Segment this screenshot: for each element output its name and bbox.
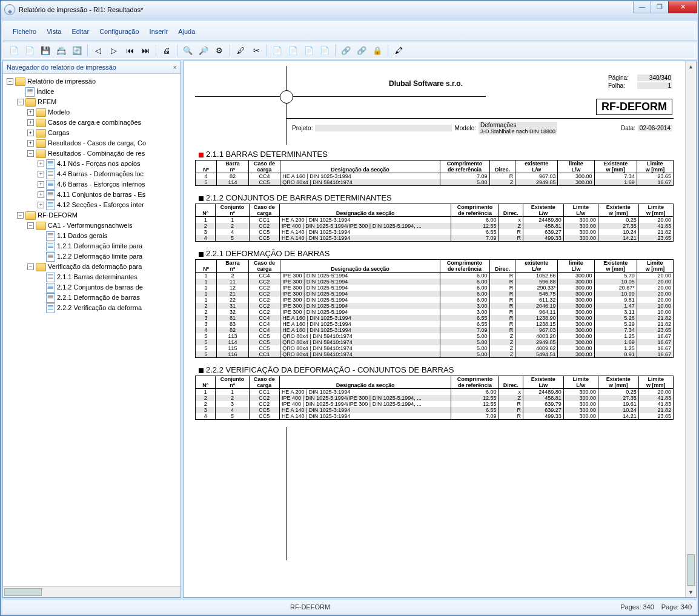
scroll-thumb[interactable] (687, 554, 695, 586)
report-page: Dlubal Software s.r.o. Página:340/340 Fo… (195, 66, 674, 560)
toolbar-btn-21[interactable]: 📄 (286, 43, 300, 58)
toolbar-btn-14[interactable]: 🔎 (196, 43, 211, 58)
toolbar-btn-9[interactable]: ⏭ (138, 43, 153, 58)
close-button[interactable]: ✕ (668, 1, 697, 13)
tree-item[interactable]: −Relatório de impressão (7, 76, 179, 87)
tree-item[interactable]: +4.1 Nós - Forças nos apoios (38, 159, 179, 169)
tree-label: 1.1 Dados gerais (57, 231, 107, 241)
table-row: 12CC4IPE 300 | DIN 1025-5:19946.00R1052.… (196, 273, 674, 279)
table-row: 34CC5HE A 140 | DIN 1025-3:19946.55R639.… (196, 229, 674, 235)
tree-item[interactable]: 2.2.1 Deformação de barras (38, 293, 179, 303)
tree-toggle-icon[interactable]: − (27, 263, 34, 270)
toolbar-btn-29[interactable]: 🖍 (391, 43, 406, 58)
toolbar-btn-11[interactable]: 🖨 (159, 43, 174, 58)
folder-icon (25, 211, 36, 220)
toolbar-btn-13[interactable]: 🔍 (181, 43, 195, 58)
tree-toggle-icon[interactable]: + (27, 130, 34, 136)
menu-configuração[interactable]: Configuração (96, 27, 142, 36)
scroll-down-icon[interactable]: ▼ (686, 587, 696, 597)
toolbar-btn-27[interactable]: 🔒 (370, 43, 385, 58)
tree-item[interactable]: +Casos de carga e combinações (27, 118, 179, 128)
status-page: Page: 340 (661, 603, 692, 611)
menu-vista[interactable]: Vista (43, 27, 65, 36)
tree-toggle-icon[interactable]: − (27, 150, 34, 157)
tree-item[interactable]: +4.4 Barras - Deformações loc (38, 169, 179, 179)
toolbar-btn-20[interactable]: 📄 (270, 43, 285, 58)
tree-item[interactable]: +Cargas (27, 128, 179, 138)
tree-label: Relatório de impressão (27, 76, 96, 87)
menu-ajuda[interactable]: Ajuda (174, 27, 199, 36)
toolbar-btn-3[interactable]: 📇 (54, 43, 68, 58)
table-row: 22CC2IPE 400 | DIN 1025-5:1994/IPE 300 |… (196, 223, 674, 229)
toolbar-btn-25[interactable]: 🔗 (339, 43, 353, 58)
navigator-close-icon[interactable]: × (173, 64, 177, 71)
tree-item[interactable]: Índice (17, 87, 179, 97)
tree-label: Verificação da deformação para (48, 262, 142, 272)
tree-item[interactable]: −Verificação da deformação para (27, 262, 179, 272)
tree-toggle-icon[interactable]: − (17, 99, 24, 105)
tree-toggle-icon[interactable]: + (38, 171, 44, 177)
folder-icon (36, 119, 46, 127)
minimize-button[interactable]: — (633, 1, 651, 13)
tree-label: Resultados - Combinação de res (48, 148, 145, 159)
report-scroll-area[interactable]: Dlubal Software s.r.o. Página:340/340 Fo… (184, 61, 685, 597)
scroll-up-icon[interactable]: ▲ (686, 61, 696, 71)
tree-item[interactable]: −RF-DEFORM (17, 210, 179, 220)
report-vscroll[interactable]: ▲ ▼ (685, 61, 696, 597)
toolbar-btn-7[interactable]: ▷ (107, 43, 121, 58)
toolbar-btn-26[interactable]: 🔗 (354, 43, 369, 58)
tree-toggle-icon[interactable]: + (27, 119, 34, 126)
model-label: Modelo: (454, 125, 476, 131)
tree-toggle-icon[interactable]: + (38, 181, 44, 188)
tree-item[interactable]: 1.2.2 Deformação limite para (38, 251, 179, 262)
tree-item[interactable]: −Resultados - Combinação de res (27, 148, 179, 159)
folder-icon (36, 129, 46, 137)
tree-toggle-icon[interactable]: + (38, 161, 44, 167)
tree-item[interactable]: 1.2.1 Deformação limite para (38, 241, 179, 251)
maximize-button[interactable]: ❐ (651, 1, 669, 13)
tree-label: Cargas (48, 128, 69, 138)
tree-label: 4.12 Secções - Esforços inter (57, 200, 144, 210)
tree-toggle-icon[interactable]: + (27, 109, 34, 116)
tree-toggle-icon[interactable]: − (27, 222, 34, 229)
tree-toggle-icon[interactable]: + (38, 202, 44, 208)
toolbar-btn-17[interactable]: 🖊 (233, 43, 248, 58)
menu-ficheiro[interactable]: Ficheiro (9, 27, 40, 36)
toolbar-btn-1[interactable]: 📄 (22, 43, 37, 58)
toolbar-btn-8[interactable]: ⏮ (122, 43, 137, 58)
navigator-tree[interactable]: −Relatório de impressãoÍndice−RFEM+Model… (3, 74, 181, 586)
toolbar-btn-23[interactable]: 📄 (317, 43, 332, 58)
menu-inserir[interactable]: Inserir (146, 27, 172, 36)
menu-editar[interactable]: Editar (68, 27, 93, 36)
tree-item[interactable]: −CA1 - Verformungsnachweis (27, 220, 179, 231)
toolbar-btn-2[interactable]: 💾 (38, 43, 53, 58)
tree-item[interactable]: +Modelo (27, 107, 179, 118)
tree-item[interactable]: 2.1.1 Barras determinantes (38, 272, 179, 282)
tree-item[interactable]: 2.2.2 Verificação da deforma (38, 303, 179, 313)
tree-toggle-icon[interactable]: + (27, 140, 34, 147)
toolbar-btn-22[interactable]: 📄 (302, 43, 316, 58)
tree-label: 2.1.2 Conjuntos de barras de (57, 282, 143, 293)
toolbar-btn-0[interactable]: 📄 (7, 43, 21, 58)
status-pages: Pages: 340 (620, 603, 654, 611)
tree-item[interactable]: −RFEM (17, 97, 179, 107)
navigator-hscroll[interactable] (3, 586, 181, 597)
folder-icon (15, 78, 25, 86)
title-bar[interactable]: Relatório de impressão - RI1: Resultados… (1, 1, 698, 19)
doc-icon (46, 170, 55, 179)
tree-toggle-icon[interactable]: − (17, 212, 24, 219)
toolbar-btn-4[interactable]: 🔄 (70, 43, 84, 58)
toolbar-btn-6[interactable]: ◁ (91, 43, 105, 58)
tree-item[interactable]: +4.11 Conjuntos de barras - Es (38, 190, 179, 200)
toolbar-btn-18[interactable]: ✂ (249, 43, 263, 58)
tree-item[interactable]: +4.12 Secções - Esforços inter (38, 200, 179, 210)
tree-item[interactable]: 1.1 Dados gerais (38, 231, 179, 241)
tree-item[interactable]: 2.1.2 Conjuntos de barras de (38, 282, 179, 293)
tree-item[interactable]: +Resultados - Casos de carga, Co (27, 138, 179, 148)
tree-toggle-icon[interactable]: + (38, 191, 44, 198)
toolbar-btn-15[interactable]: ⚙ (212, 43, 227, 58)
scroll-thumb[interactable] (4, 588, 42, 596)
tree-item[interactable]: +4.6 Barras - Esforços internos (38, 179, 179, 190)
toolbar: 📄📄💾📇🔄◁▷⏮⏭🖨🔍🔎⚙🖊✂📄📄📄📄🔗🔗🔒🖍 (2, 42, 697, 59)
tree-toggle-icon[interactable]: − (7, 78, 13, 85)
